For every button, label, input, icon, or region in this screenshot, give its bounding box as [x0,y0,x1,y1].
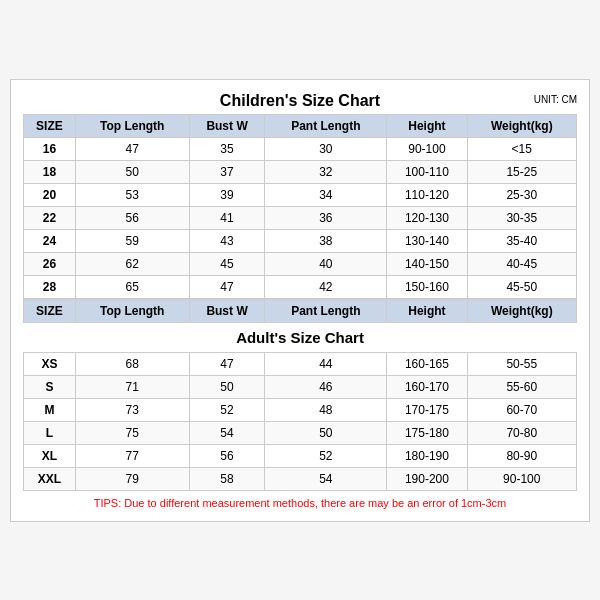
table-row: 18503732100-11015-25 [24,160,577,183]
children-col-height: Height [387,114,467,137]
adults-title-row: Adult's Size Chart [24,322,577,352]
table-row: 1647353090-100<15 [24,137,577,160]
unit-label: UNIT: CM [534,94,577,105]
table-row: XXL795854190-20090-100 [24,467,577,490]
table-row: 28654742150-16045-50 [24,275,577,298]
adults-header-row: SIZE Top Length Bust W Pant Length Heigh… [24,299,577,322]
table-row: S715046160-17055-60 [24,375,577,398]
children-title: Children's Size Chart UNIT: CM [23,92,577,110]
table-row: XS684744160-16550-55 [24,352,577,375]
adults-col-pant-length: Pant Length [265,299,387,322]
table-row: 20533934110-12025-30 [24,183,577,206]
children-col-weight: Weight(kg) [467,114,576,137]
tips-text: TIPS: Due to different measurement metho… [23,497,577,509]
adults-col-top-length: Top Length [75,299,189,322]
table-row: 24594338130-14035-40 [24,229,577,252]
children-col-size: SIZE [24,114,76,137]
children-col-pant-length: Pant Length [265,114,387,137]
children-table: SIZE Top Length Bust W Pant Length Heigh… [23,114,577,299]
adults-table: Adult's Size Chart SIZE Top Length Bust … [23,299,577,491]
children-col-top-length: Top Length [75,114,189,137]
children-title-text: Children's Size Chart [220,92,380,109]
adults-body: XS684744160-16550-55S715046160-17055-60M… [24,352,577,490]
adults-col-size: SIZE [24,299,76,322]
adults-col-bust: Bust W [189,299,265,322]
table-row: XL775652180-19080-90 [24,444,577,467]
adults-col-height: Height [387,299,467,322]
chart-container: Children's Size Chart UNIT: CM SIZE Top … [10,79,590,522]
table-row: L755450175-18070-80 [24,421,577,444]
children-col-bust: Bust W [189,114,265,137]
children-header-row: SIZE Top Length Bust W Pant Length Heigh… [24,114,577,137]
adults-col-weight: Weight(kg) [467,299,576,322]
adults-title-text: Adult's Size Chart [24,322,577,352]
children-body: 1647353090-100<1518503732100-11015-25205… [24,137,577,298]
table-row: 26624540140-15040-45 [24,252,577,275]
table-row: M735248170-17560-70 [24,398,577,421]
table-row: 22564136120-13030-35 [24,206,577,229]
